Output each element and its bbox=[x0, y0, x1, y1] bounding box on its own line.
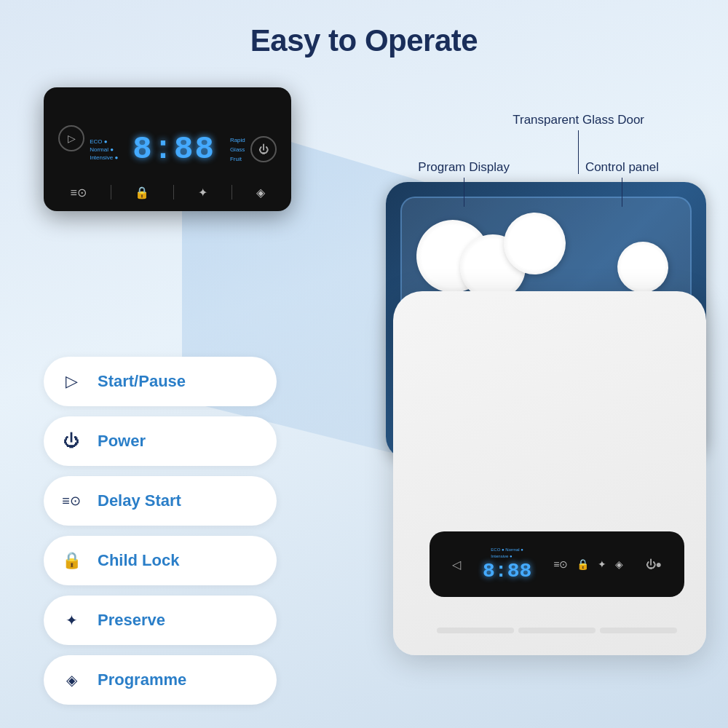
preserve-label: Preserve bbox=[98, 611, 165, 630]
acp-back-btn: ◁ bbox=[452, 558, 461, 571]
callout-glass-door-line bbox=[578, 130, 579, 174]
cp-right-buttons: ⏻ bbox=[250, 136, 277, 162]
callout-program-display-text: Program Display bbox=[418, 160, 510, 174]
feature-list: ▷ Start/Pause ⏻ Power ≡⊙ Delay Start 🔒 C… bbox=[44, 357, 277, 705]
cp-start-btn: ▷ bbox=[58, 125, 84, 151]
feature-item-start-pause: ▷ Start/Pause bbox=[44, 357, 277, 406]
cp-power-btn: ⏻ bbox=[250, 136, 277, 162]
acp-bottom-icons: ≡⊙ 🔒 ✦ ◈ bbox=[553, 558, 623, 570]
feature-item-child-lock: 🔒 Child Lock bbox=[44, 536, 277, 585]
callout-program-display-line bbox=[464, 178, 464, 207]
appliance-body: ◁ ECO ● Normal ●Intensive ● 8:88 ≡⊙ 🔒 ✦ … bbox=[393, 291, 706, 655]
start-pause-icon: ▷ bbox=[57, 367, 86, 396]
child-lock-label: Child Lock bbox=[98, 551, 179, 570]
acp-icon-3: ✦ bbox=[598, 558, 606, 570]
callout-program-display: Program Display bbox=[418, 160, 510, 210]
cp-divider-3 bbox=[232, 185, 232, 199]
page-title: Easy to Operate bbox=[0, 0, 728, 58]
callout-control-panel-line bbox=[622, 178, 622, 207]
power-label: Power bbox=[98, 432, 146, 451]
vent-line bbox=[518, 628, 596, 633]
feature-item-power: ⏻ Power bbox=[44, 416, 277, 466]
acp-icon-4: ◈ bbox=[615, 558, 623, 570]
acp-time: 8:88 bbox=[483, 560, 531, 582]
preserve-icon: ✦ bbox=[57, 606, 86, 635]
cp-right-icons: Rapid Glass Fruit bbox=[230, 137, 245, 162]
cp-left-buttons: ▷ bbox=[58, 125, 84, 173]
programme-label: Programme bbox=[98, 670, 186, 689]
acp-icon-1: ≡⊙ bbox=[553, 558, 568, 570]
vent-line bbox=[600, 628, 677, 633]
cp-divider-2 bbox=[173, 185, 174, 199]
vent-line bbox=[437, 628, 514, 633]
child-lock-icon: 🔒 bbox=[57, 546, 86, 575]
acp-display: ECO ● Normal ●Intensive ● 8:88 bbox=[483, 547, 531, 582]
feature-item-delay-start: ≡⊙ Delay Start bbox=[44, 476, 277, 526]
cp-modes: ECO ● Normal ● Intensive ● bbox=[90, 138, 118, 161]
cp-preserve-icon: ✦ bbox=[198, 186, 207, 199]
acp-icon-2: 🔒 bbox=[577, 558, 589, 570]
power-icon: ⏻ bbox=[57, 427, 86, 456]
cp-bottom-row: ≡⊙ 🔒 ✦ ◈ bbox=[58, 185, 277, 199]
appliance-illustration: ◁ ECO ● Normal ●Intensive ● 8:88 ≡⊙ 🔒 ✦ … bbox=[371, 182, 706, 655]
callout-control-panel: Control panel bbox=[585, 160, 659, 210]
feature-item-programme: ◈ Programme bbox=[44, 655, 277, 705]
cp-lock-icon: 🔒 bbox=[135, 186, 149, 199]
cp-time-display: 8:88 bbox=[132, 131, 215, 167]
callout-control-panel-text: Control panel bbox=[585, 160, 659, 174]
cp-delay-icon: ≡⊙ bbox=[70, 186, 86, 199]
cp-divider-1 bbox=[111, 185, 111, 199]
cp-display-area: ECO ● Normal ● Intensive ● 8:88 Rapid Gl… bbox=[90, 131, 245, 167]
cp-layers-icon: ◈ bbox=[256, 186, 265, 199]
programme-icon: ◈ bbox=[57, 665, 86, 695]
acp-modes: ECO ● Normal ●Intensive ● bbox=[491, 547, 523, 560]
feature-item-preserve: ✦ Preserve bbox=[44, 596, 277, 645]
plate-4 bbox=[613, 237, 672, 296]
start-pause-label: Start/Pause bbox=[98, 372, 186, 391]
delay-start-label: Delay Start bbox=[98, 491, 181, 510]
callout-glass-door-text: Transparent Glass Door bbox=[513, 113, 644, 127]
control-panel-illustration: ▷ ECO ● Normal ● Intensive ● 8:88 Rapid … bbox=[44, 87, 291, 211]
delay-start-icon: ≡⊙ bbox=[57, 486, 86, 515]
acp-power-btn: ⏻● bbox=[646, 558, 662, 570]
appliance-control-panel: ◁ ECO ● Normal ●Intensive ● 8:88 ≡⊙ 🔒 ✦ … bbox=[430, 531, 684, 597]
vent-area bbox=[437, 628, 677, 633]
